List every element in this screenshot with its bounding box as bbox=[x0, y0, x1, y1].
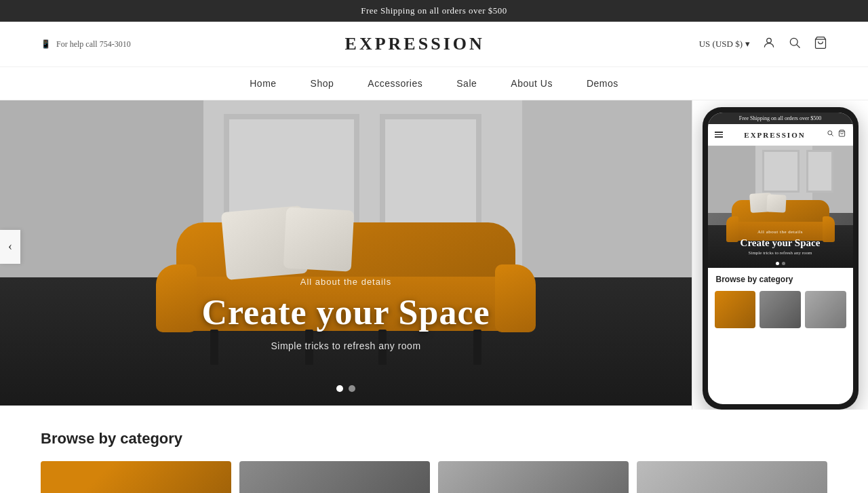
slider-dot-2[interactable] bbox=[349, 385, 355, 392]
phone-cat-item-2[interactable] bbox=[760, 291, 801, 328]
site-logo[interactable]: EXPRESSION bbox=[345, 34, 485, 54]
account-icon[interactable] bbox=[762, 36, 776, 53]
announcement-bar: Free Shipping on all orders over $500 bbox=[0, 0, 868, 22]
svg-point-1 bbox=[790, 38, 797, 45]
header-contact: 📱 For help call 754-3010 bbox=[41, 39, 131, 50]
pillow-2 bbox=[283, 207, 355, 271]
svg-line-2 bbox=[797, 44, 800, 47]
nav-item-demos[interactable]: Demos bbox=[587, 78, 618, 89]
phone-header: EXPRESSION bbox=[708, 124, 853, 146]
phone-hero-text: All about the details Create your Space … bbox=[708, 229, 853, 256]
phone-mockup: Free Shipping on all orders over $500 EX… bbox=[703, 107, 859, 410]
hero-slide: All about the details Create your Space … bbox=[0, 100, 692, 406]
header-actions: US (USD $) ▾ bbox=[699, 36, 827, 53]
phone-hero-title: Create your Space bbox=[708, 237, 853, 249]
currency-label: US (USD $) bbox=[699, 39, 743, 50]
phone-announcement-text: Free Shipping on all orders over $500 bbox=[739, 115, 821, 121]
hero-description: Simple tricks to refresh any room bbox=[0, 340, 692, 351]
category-thumb-2[interactable] bbox=[239, 461, 430, 493]
search-icon[interactable] bbox=[788, 36, 802, 53]
scroll-arrow-left[interactable]: ‹ bbox=[0, 230, 20, 264]
help-text: For help call 754-3010 bbox=[56, 39, 131, 50]
phone-hero-subtitle: All about the details bbox=[708, 229, 853, 235]
hero-title: Create your Space bbox=[0, 292, 692, 332]
category-thumb-3[interactable] bbox=[438, 461, 629, 493]
phone-category-row bbox=[708, 287, 853, 332]
phone-wall-inset1 bbox=[762, 150, 800, 193]
category-thumb-1[interactable] bbox=[41, 461, 231, 493]
bottom-section: Browse by category bbox=[0, 410, 868, 493]
phone-search-icon[interactable] bbox=[827, 130, 834, 140]
mobile-preview-panel: Free Shipping on all orders over $500 EX… bbox=[692, 100, 868, 410]
phone-hero-desc: Simple tricks to refresh any room bbox=[708, 250, 853, 256]
phone-announcement-bar: Free Shipping on all orders over $500 bbox=[708, 113, 853, 124]
hero-wrapper: All about the details Create your Space … bbox=[0, 100, 868, 410]
wall-right bbox=[522, 100, 692, 283]
slider-dots bbox=[336, 385, 355, 392]
currency-selector[interactable]: US (USD $) ▾ bbox=[699, 39, 750, 50]
phone-slider-dots bbox=[776, 262, 785, 265]
cart-icon[interactable] bbox=[814, 36, 827, 53]
phone-logo: EXPRESSION bbox=[744, 131, 805, 139]
phone-dot-2[interactable] bbox=[782, 262, 785, 265]
category-strip bbox=[41, 461, 827, 493]
nav-item-home[interactable]: Home bbox=[250, 78, 276, 89]
phone-cat-item-3[interactable] bbox=[805, 291, 846, 328]
phone-icon: 📱 bbox=[41, 39, 51, 50]
phone-browse-title: Browse by category bbox=[708, 268, 853, 287]
header: 📱 For help call 754-3010 EXPRESSION US (… bbox=[0, 22, 868, 67]
phone-dot-1[interactable] bbox=[776, 262, 779, 265]
phone-wall-inset2 bbox=[806, 150, 833, 193]
phone-cat-item-1[interactable] bbox=[715, 291, 756, 328]
hero-subtitle: All about the details bbox=[0, 277, 692, 287]
nav-item-sale[interactable]: Sale bbox=[456, 78, 477, 89]
svg-point-0 bbox=[767, 38, 772, 43]
svg-line-5 bbox=[832, 134, 834, 136]
nav-item-shop[interactable]: Shop bbox=[311, 78, 334, 89]
main-nav: Home Shop Accessories Sale About Us Demo… bbox=[0, 67, 868, 100]
chevron-down-icon: ▾ bbox=[745, 39, 750, 50]
hero-text: All about the details Create your Space … bbox=[0, 277, 692, 351]
phone-icons bbox=[827, 130, 846, 140]
category-thumb-4[interactable] bbox=[637, 461, 827, 493]
slider-dot-1[interactable] bbox=[336, 385, 343, 392]
phone-cart-icon[interactable] bbox=[838, 130, 846, 140]
announcement-text: Free Shipping on all orders over $500 bbox=[361, 5, 507, 16]
phone-pillow-2 bbox=[766, 194, 786, 212]
hamburger-icon[interactable] bbox=[715, 132, 723, 138]
phone-screen: Free Shipping on all orders over $500 EX… bbox=[708, 113, 853, 404]
browse-by-category-title: Browse by category bbox=[41, 430, 827, 448]
nav-item-accessories[interactable]: Accessories bbox=[368, 78, 422, 89]
phone-hero: All about the details Create your Space … bbox=[708, 146, 853, 268]
nav-item-about[interactable]: About Us bbox=[511, 78, 553, 89]
svg-point-4 bbox=[828, 131, 832, 135]
